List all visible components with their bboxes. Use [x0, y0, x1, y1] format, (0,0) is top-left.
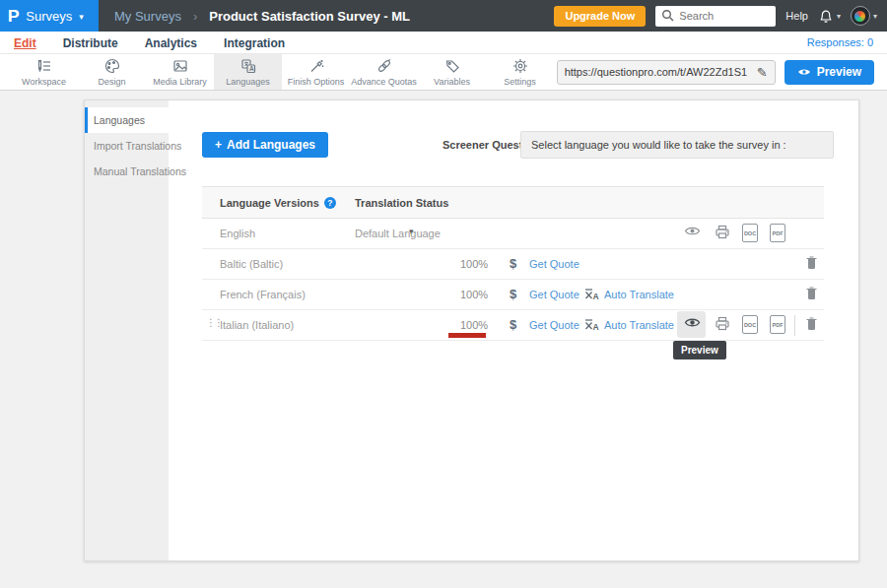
toolbar-item-advance-quotas[interactable]: Advance Quotas: [350, 54, 418, 90]
eye-icon: [797, 67, 811, 77]
panel-sidebar: Languages Import Translations Manual Tra…: [85, 100, 169, 560]
translation-progress-pct: 100%: [460, 258, 488, 270]
design-icon: [103, 57, 121, 75]
app-window: P Surveys ▾ My Surveys › Product Satisfa…: [0, 0, 887, 588]
tab-analytics[interactable]: Analytics: [145, 35, 197, 50]
media-library-icon: [171, 57, 189, 75]
delete-language-icon[interactable]: [805, 316, 818, 331]
toolbar-right: https://questionpro.com/t/AW22Zd1S1 ✎ Pr…: [557, 54, 887, 90]
chevron-down-icon: ▾: [873, 12, 877, 21]
language-name: Baltic (Baltic): [220, 258, 283, 270]
add-languages-button[interactable]: +Add Languages: [202, 132, 328, 158]
responses-count: Responses: 0: [807, 36, 873, 48]
translation-progress-pct: 100%: [460, 289, 488, 300]
help-icon[interactable]: ?: [324, 197, 336, 209]
export-doc-icon[interactable]: DOC: [742, 315, 758, 334]
toolbar-item-design[interactable]: Design: [78, 54, 146, 90]
product-switcher[interactable]: P Surveys ▾: [0, 0, 99, 32]
table-row-english: English ▾ Default Language DOC PDF: [202, 219, 824, 249]
preview-button[interactable]: Preview: [785, 60, 874, 85]
print-icon[interactable]: [715, 225, 730, 239]
chevron-down-icon: ▾: [79, 12, 84, 22]
col-translation-status: Translation Status: [355, 197, 448, 209]
breadcrumb-separator-icon: ›: [193, 9, 197, 24]
search-icon: [661, 9, 674, 22]
toolbar-item-variables[interactable]: Variables: [418, 54, 486, 90]
print-icon[interactable]: [715, 316, 730, 331]
survey-url-field[interactable]: https://questionpro.com/t/AW22Zd1S1 ✎: [557, 60, 776, 85]
edit-url-icon[interactable]: ✎: [757, 65, 768, 80]
finish-options-icon: [307, 57, 325, 75]
questionpro-logo-icon: P: [8, 8, 20, 25]
tab-edit[interactable]: Edit: [14, 35, 36, 50]
preview-language-icon[interactable]: [684, 225, 701, 237]
export-pdf-icon[interactable]: PDF: [770, 315, 785, 334]
col-language-versions: Language Versions: [220, 197, 319, 209]
toolbar-item-workspace[interactable]: Workspace: [10, 54, 78, 90]
upgrade-now-button[interactable]: Upgrade Now: [554, 6, 646, 27]
toolbar-item-media-library[interactable]: Media Library: [146, 54, 214, 90]
toolbar-item-languages[interactable]: A Languages: [214, 54, 282, 90]
table-row-baltic: Baltic (Baltic) 100% $ Get Quote: [202, 249, 824, 280]
svg-text:A: A: [593, 292, 599, 300]
table-row-italian: ⋮⋮ Italian (Italiano) 100% $ Get Quote A…: [202, 310, 824, 341]
export-pdf-icon[interactable]: PDF: [770, 224, 785, 242]
account-menu[interactable]: ▾: [851, 6, 877, 26]
table-header: Language Versions ? Translation Status: [202, 186, 824, 219]
sidebar-item-manual-translations[interactable]: Manual Translations: [85, 159, 169, 184]
notifications-button[interactable]: ▾: [818, 8, 841, 24]
translation-progress-pct: 100%: [460, 319, 488, 331]
auto-translate-link[interactable]: Auto Translate: [604, 319, 674, 331]
sidebar-item-import-translations[interactable]: Import Translations: [85, 133, 169, 159]
get-quote-link[interactable]: Get Quote: [529, 258, 580, 270]
red-underline-annotation: [448, 333, 486, 338]
content-area: Languages Import Translations Manual Tra…: [0, 92, 887, 588]
preview-language-icon[interactable]: [684, 316, 701, 329]
dollar-icon[interactable]: $: [510, 317, 516, 332]
delete-language-icon[interactable]: [805, 286, 818, 300]
divider: [794, 315, 795, 336]
language-name: French (Français): [220, 289, 306, 300]
toolbar-item-settings[interactable]: Settings: [486, 54, 554, 90]
dollar-icon[interactable]: $: [510, 256, 516, 271]
global-search: [655, 6, 776, 27]
screener-question-field[interactable]: Select language you would like to take t…: [520, 131, 834, 159]
settings-icon: [512, 57, 529, 75]
languages-panel: Languages Import Translations Manual Tra…: [84, 99, 859, 561]
language-select-english[interactable]: English: [220, 228, 255, 239]
translate-icon[interactable]: A: [584, 288, 599, 300]
dollar-icon[interactable]: $: [510, 287, 516, 301]
breadcrumb-my-surveys[interactable]: My Surveys: [114, 9, 181, 24]
export-doc-icon[interactable]: DOC: [742, 224, 758, 242]
toolbar-item-finish-options[interactable]: Finish Options: [282, 54, 350, 90]
preview-tooltip: Preview: [673, 341, 726, 359]
survey-title: Product Satisfaction Survey - ML: [209, 9, 410, 24]
variables-icon: [444, 57, 461, 75]
tab-integration[interactable]: Integration: [224, 35, 285, 50]
edit-toolbar: Workspace Design Media Library A Languag…: [0, 54, 887, 91]
plus-icon: +: [215, 138, 222, 152]
sidebar-item-languages[interactable]: Languages: [85, 107, 169, 133]
panel-main: +Add Languages Screener Question : Selec…: [169, 100, 858, 560]
languages-icon: A: [239, 57, 257, 75]
table-row-french: French (Français) 100% $ Get Quote A Aut…: [202, 280, 824, 310]
get-quote-link[interactable]: Get Quote: [529, 289, 580, 300]
survey-url: https://questionpro.com/t/AW22Zd1S1: [565, 66, 753, 78]
chevron-down-icon: ▾: [837, 12, 841, 21]
tab-distribute[interactable]: Distribute: [63, 35, 118, 50]
svg-text:A: A: [249, 65, 254, 72]
translate-icon[interactable]: A: [584, 318, 599, 331]
workspace-icon: [35, 57, 53, 75]
auto-translate-link[interactable]: Auto Translate: [604, 289, 674, 300]
avatar: [851, 6, 870, 26]
delete-language-icon[interactable]: [805, 255, 818, 270]
top-bar: P Surveys ▾ My Surveys › Product Satisfa…: [0, 0, 887, 32]
product-switcher-label: Surveys: [26, 9, 72, 24]
default-language-label: Default Language: [355, 228, 441, 239]
language-name: Italian (Italiano): [220, 319, 294, 331]
survey-nav: Edit Distribute Analytics Integration Re…: [0, 32, 887, 54]
bell-icon: [818, 8, 834, 24]
help-link[interactable]: Help: [785, 10, 808, 22]
get-quote-link[interactable]: Get Quote: [529, 319, 580, 331]
breadcrumb: My Surveys › Product Satisfaction Survey…: [99, 9, 410, 24]
